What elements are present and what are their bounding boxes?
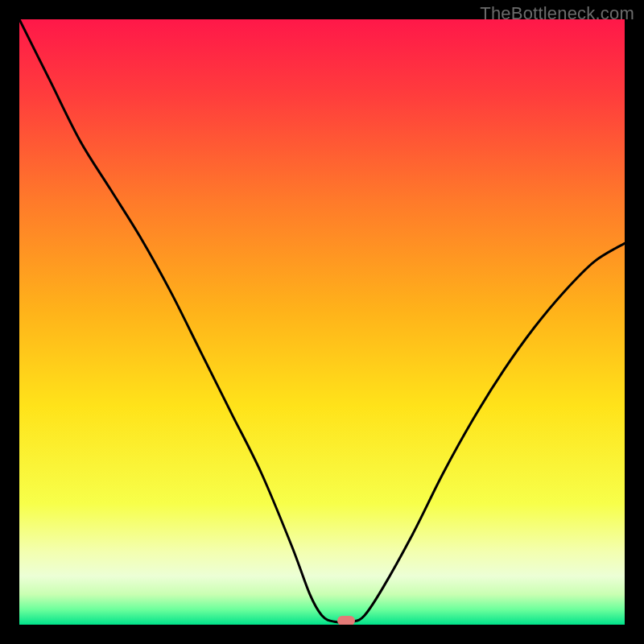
minimum-marker <box>337 616 355 625</box>
chart-svg <box>19 19 625 625</box>
chart-frame: TheBottleneck.com <box>0 0 644 644</box>
gradient-background <box>19 19 625 625</box>
watermark-text: TheBottleneck.com <box>480 3 634 24</box>
plot-area <box>19 19 625 625</box>
